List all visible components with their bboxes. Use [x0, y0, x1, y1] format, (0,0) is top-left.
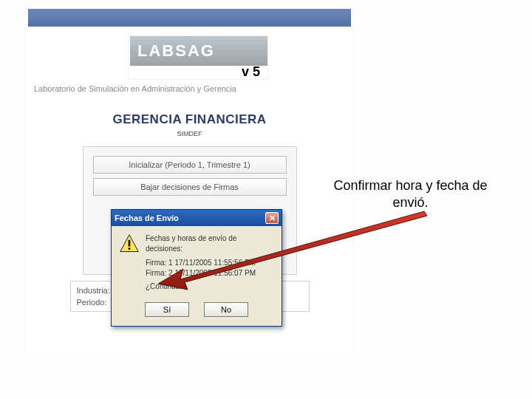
yes-button[interactable]: Sí: [145, 302, 189, 317]
header: LABSAG v 5 Laboratorio de Simulación en …: [28, 27, 351, 108]
dialog-title-text: Fechas de Envío: [115, 210, 179, 226]
brand-subtitle: Laboratorio de Simulación en Administrac…: [34, 84, 236, 93]
warning-icon: [119, 233, 140, 254]
dialog-header: Fechas y horas de envío de decisiones:: [146, 233, 274, 253]
dialog-line2: Firma: 2 17/11/2005 11:56:07 PM: [146, 268, 274, 279]
dialog-line1: Firma: 1 17/11/2005 11:55:56 PM: [146, 258, 274, 268]
brand-logo: LABSAG v 5: [128, 35, 268, 80]
module-code: SIMDEF: [28, 127, 351, 146]
brand-version: v 5: [242, 64, 267, 80]
window-topbar: [28, 9, 351, 27]
no-button[interactable]: No: [204, 302, 248, 317]
page-title: GERENCIA FINANCIERA: [28, 108, 351, 127]
init-button[interactable]: Inicializar (Periodo 1, Trimestre 1): [93, 156, 287, 174]
svg-rect-2: [129, 248, 131, 250]
brand-name: LABSAG: [130, 36, 267, 66]
close-icon[interactable]: ✕: [265, 212, 279, 224]
svg-rect-1: [129, 240, 131, 247]
dialog-continue: ¿Continuar?: [119, 278, 274, 293]
bajar-button[interactable]: Bajar decisiones de Firmas: [93, 178, 287, 196]
dialog-titlebar[interactable]: Fechas de Envío ✕: [112, 210, 282, 226]
confirm-dialog: Fechas de Envío ✕ Fechas y horas de enví…: [111, 209, 282, 327]
annotation-callout: Confirmar hora y fecha de envió.: [316, 177, 505, 212]
